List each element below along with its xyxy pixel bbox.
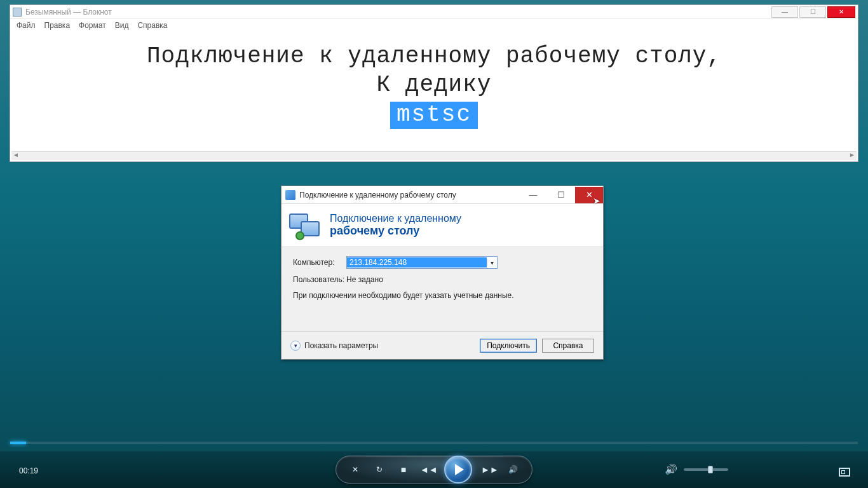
user-label: Пользователь: xyxy=(293,275,346,284)
rdp-app-icon xyxy=(285,190,295,200)
computer-label: Компьютер: xyxy=(293,258,346,267)
volume-icon[interactable]: 🔊 xyxy=(505,465,520,474)
rdp-dialog: Подключение к удаленному рабочему столу … xyxy=(281,186,604,360)
stop-button[interactable]: ■ xyxy=(396,464,411,475)
notepad-title: Безымянный — Блокнот xyxy=(25,8,112,17)
user-value: Не задано xyxy=(346,275,383,284)
notepad-line-2: К дедику xyxy=(10,72,858,98)
connect-button[interactable]: Подключить xyxy=(480,339,537,353)
menu-help[interactable]: Справка xyxy=(137,21,167,30)
notepad-text-area[interactable]: Подключение к удаленному рабочему столу,… xyxy=(10,32,858,152)
show-options-toggle[interactable]: ▾ Показать параметры xyxy=(290,341,378,351)
rdp-title: Подключение к удаленному рабочему столу xyxy=(299,191,456,200)
notepad-menu-bar: Файл Правка Формат Вид Справка xyxy=(10,19,858,32)
rdp-header-line1: Подключение к удаленному xyxy=(330,213,461,224)
help-button[interactable]: Справка xyxy=(542,339,594,353)
rdp-minimize-button[interactable]: — xyxy=(519,187,547,203)
notepad-maximize-button[interactable]: ☐ xyxy=(799,6,826,18)
notepad-titlebar[interactable]: Безымянный — Блокнот — ☐ ✕ xyxy=(10,5,858,19)
play-button[interactable] xyxy=(444,456,472,484)
rdp-titlebar[interactable]: Подключение к удаленному рабочему столу … xyxy=(281,186,603,204)
repeat-icon[interactable]: ↻ xyxy=(372,465,387,474)
credentials-note: При подключении необходимо будет указать… xyxy=(293,290,592,301)
shuffle-icon[interactable]: ✕ xyxy=(348,465,363,474)
rdp-header-line2: рабочему столу xyxy=(330,224,461,238)
rdp-maximize-button[interactable]: ☐ xyxy=(547,187,575,203)
player-controls: ✕ ↻ ■ ◄◄ ►► 🔊 xyxy=(336,456,532,484)
rdp-logo-icon xyxy=(288,212,321,239)
speaker-icon: 🔊 xyxy=(665,463,677,475)
menu-file[interactable]: Файл xyxy=(17,21,36,30)
notepad-window: Безымянный — Блокнот — ☐ ✕ Файл Правка Ф… xyxy=(10,4,858,162)
volume-track[interactable] xyxy=(684,468,728,471)
menu-view[interactable]: Вид xyxy=(115,21,129,30)
show-options-label: Показать параметры xyxy=(304,341,378,350)
notepad-line-3-selected: mstsc xyxy=(390,102,478,129)
menu-edit[interactable]: Правка xyxy=(44,21,71,30)
rdp-close-button[interactable]: ✕ ➤ xyxy=(575,187,603,203)
notepad-close-button[interactable]: ✕ xyxy=(827,6,855,18)
player-time: 00:19 xyxy=(19,466,38,475)
notepad-minimize-button[interactable]: — xyxy=(771,6,798,18)
computer-value: 213.184.225.148 xyxy=(347,257,487,268)
menu-format[interactable]: Формат xyxy=(79,21,106,30)
notepad-horizontal-scrollbar[interactable] xyxy=(11,151,857,160)
previous-button[interactable]: ◄◄ xyxy=(420,464,435,475)
rdp-header: Подключение к удаленному рабочему столу xyxy=(281,204,603,247)
player-seekbar[interactable] xyxy=(10,442,858,444)
computer-combobox[interactable]: 213.184.225.148 ▾ xyxy=(346,256,498,269)
next-button[interactable]: ►► xyxy=(481,464,496,475)
media-player-bar: 00:19 ✕ ↻ ■ ◄◄ ►► 🔊 🔊 xyxy=(0,451,868,488)
volume-control[interactable]: 🔊 xyxy=(665,463,728,475)
notepad-app-icon xyxy=(13,8,22,17)
notepad-line-1: Подключение к удаленному рабочему столу, xyxy=(10,43,858,69)
volume-thumb[interactable] xyxy=(708,466,713,473)
player-progress xyxy=(10,442,26,444)
chevron-down-circle-icon: ▾ xyxy=(290,341,301,351)
play-icon xyxy=(455,464,464,475)
chevron-down-icon[interactable]: ▾ xyxy=(487,259,497,266)
fullscreen-button[interactable] xyxy=(839,468,850,477)
